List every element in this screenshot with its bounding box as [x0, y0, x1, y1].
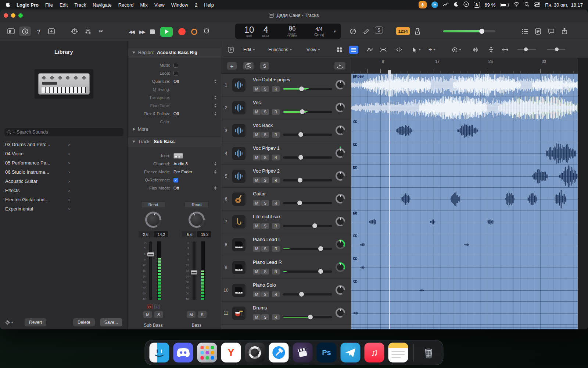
- volume-slider[interactable]: [283, 134, 332, 136]
- more-disclosure[interactable]: More: [133, 127, 148, 132]
- save-button[interactable]: Save...: [100, 318, 122, 326]
- volume-slider[interactable]: [283, 316, 332, 318]
- record-enable-button[interactable]: R: [272, 269, 280, 275]
- track-header[interactable]: 3Voc BackMSR: [221, 119, 351, 142]
- solo-button[interactable]: S: [261, 200, 269, 206]
- dock-item-xcode[interactable]: [269, 343, 289, 362]
- record-enable-button[interactable]: R: [272, 109, 280, 115]
- track-header[interactable]: 1Voc Dubl + pripevMSR: [221, 74, 351, 96]
- volume-knob[interactable]: [298, 178, 302, 183]
- record-enable-button[interactable]: R: [272, 246, 280, 252]
- minimize-button[interactable]: [11, 13, 15, 18]
- menu-item-view[interactable]: View: [154, 2, 165, 8]
- mixer-icon[interactable]: [82, 26, 94, 36]
- volume-knob[interactable]: [308, 315, 313, 319]
- master-volume-slider[interactable]: [443, 30, 495, 32]
- library-item[interactable]: 04 Voice›: [0, 149, 74, 158]
- menu-item-2[interactable]: 2: [195, 2, 197, 8]
- stepper-icon[interactable]: [214, 104, 216, 108]
- solo-button[interactable]: S: [198, 311, 207, 318]
- catch-playhead-icon[interactable]: [228, 46, 234, 54]
- dock-item-photoshop[interactable]: Ps: [317, 343, 337, 362]
- browser-panel-icon[interactable]: [5, 26, 17, 36]
- solo-button[interactable]: S: [261, 155, 269, 160]
- pan-value[interactable]: -6,6: [182, 231, 196, 237]
- pan-knob[interactable]: [336, 262, 345, 272]
- vertical-zoom-slider[interactable]: [547, 49, 565, 50]
- duplicate-track-button[interactable]: [243, 62, 254, 70]
- search-scope-chevron-icon[interactable]: ▾: [13, 131, 15, 134]
- track-header[interactable]: 10Piano SoloMSR: [221, 279, 351, 302]
- close-button[interactable]: [4, 13, 8, 18]
- forward-button[interactable]: ▶▶: [139, 29, 144, 35]
- pan-knob[interactable]: [336, 285, 345, 295]
- editors-scissors-icon[interactable]: ✂: [96, 26, 107, 36]
- region[interactable]: 1: [351, 256, 578, 279]
- mute-button[interactable]: M: [253, 291, 261, 297]
- mute-button[interactable]: M: [187, 311, 196, 318]
- input-monitor-button[interactable]: I: [154, 304, 160, 309]
- record-enable-button[interactable]: R: [272, 177, 280, 183]
- mute-button[interactable]: M: [253, 223, 261, 229]
- mute-button[interactable]: M: [253, 109, 261, 115]
- region[interactable]: 2: [351, 165, 578, 188]
- share-icon[interactable]: [559, 26, 570, 36]
- track-header[interactable]: [221, 325, 351, 329]
- zoom-button[interactable]: [18, 13, 23, 18]
- vertical-scrollbar[interactable]: [578, 58, 588, 329]
- dock-item-logic-pro[interactable]: [245, 343, 265, 362]
- mic-indicator-icon[interactable]: [419, 1, 427, 8]
- record-button[interactable]: [178, 28, 186, 35]
- record-enable-button[interactable]: R: [147, 304, 153, 309]
- solo-mode-badge[interactable]: S: [375, 26, 383, 34]
- solo-button[interactable]: S: [261, 132, 269, 138]
- add-track-button[interactable]: +: [227, 62, 237, 70]
- telegram-menubar-icon[interactable]: [431, 1, 438, 8]
- horizontal-zoom-icon[interactable]: [502, 46, 508, 54]
- dock-item-telegram[interactable]: [341, 343, 361, 362]
- stepper-icon[interactable]: [214, 96, 216, 100]
- dock-item-trash[interactable]: [419, 343, 439, 362]
- volume-knob[interactable]: [297, 201, 302, 205]
- library-item[interactable]: Effects›: [0, 186, 74, 195]
- library-action-menu[interactable]: ▾: [5, 320, 13, 325]
- playhead-handle[interactable]: [388, 70, 391, 74]
- wifi-icon[interactable]: [513, 2, 520, 8]
- automation-read-button[interactable]: Read: [141, 201, 165, 208]
- pan-knob[interactable]: [336, 171, 345, 181]
- pan-knob[interactable]: [336, 217, 345, 226]
- fader-cap[interactable]: [191, 270, 197, 275]
- solo-button[interactable]: S: [261, 246, 269, 252]
- pan-knob[interactable]: [336, 194, 345, 204]
- mute-button[interactable]: M: [253, 246, 261, 252]
- menu-item-help[interactable]: Help: [204, 2, 214, 8]
- region[interactable]: ax: [351, 210, 578, 233]
- zoom-slider-knob[interactable]: [524, 47, 528, 51]
- pan-knob[interactable]: [189, 212, 205, 228]
- menubar-clock[interactable]: Пн, 30 окт. 18:17: [545, 2, 583, 8]
- playhead[interactable]: [389, 70, 390, 329]
- pan-knob[interactable]: [336, 125, 345, 135]
- menu-item-record[interactable]: Record: [118, 2, 134, 8]
- input-source-badge[interactable]: A: [474, 2, 480, 8]
- mute-button[interactable]: M: [253, 132, 261, 138]
- mute-button[interactable]: M: [253, 155, 261, 160]
- menu-item-file[interactable]: File: [45, 2, 53, 8]
- list-view-icon[interactable]: [349, 46, 358, 54]
- item-list-icon[interactable]: [520, 26, 530, 36]
- track-header[interactable]: 2VocMSR: [221, 96, 351, 119]
- volume-knob[interactable]: [300, 109, 305, 114]
- no-input-icon[interactable]: [348, 26, 358, 36]
- automation-read-button[interactable]: Read: [184, 201, 209, 208]
- region[interactable]: pripev: [351, 74, 578, 96]
- toolbar-toggle-icon[interactable]: [46, 26, 57, 36]
- volume-knob[interactable]: [298, 155, 303, 160]
- volume-knob[interactable]: [299, 86, 304, 91]
- titlebar[interactable]: Дядя Саня - Tracks: [0, 10, 588, 21]
- mute-button[interactable]: M: [143, 311, 152, 318]
- library-item[interactable]: Electric Guitar and...›: [0, 195, 74, 204]
- mute-button[interactable]: M: [253, 177, 261, 183]
- dock-item-finder[interactable]: [150, 343, 169, 362]
- mute-button[interactable]: M: [253, 314, 261, 320]
- snap-mode-menu[interactable]: [452, 46, 461, 54]
